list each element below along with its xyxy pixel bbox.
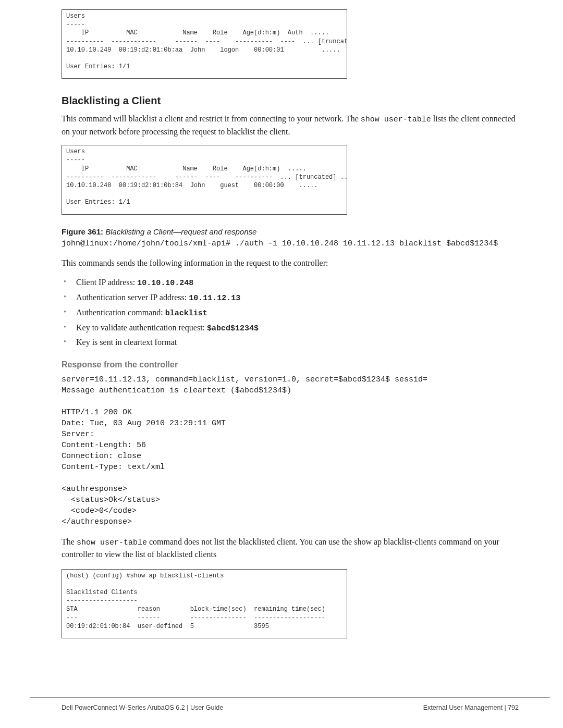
figure-caption: Figure 361: Blacklisting a Client—reques… [62, 226, 519, 238]
command-line: john@linux:/home/john/tools/xml-api# ./a… [62, 238, 519, 250]
figure-title: Blacklisting a Client—request and respon… [105, 227, 256, 236]
footer-left: Dell PowerConnect W-Series ArubaOS 6.2 |… [62, 703, 223, 712]
intro-text-a: This command will blacklist a client and… [62, 114, 361, 123]
inline-code-show-user-table-1: show user-table [361, 115, 431, 124]
list-item-text: Key to validate authentication request: [76, 323, 207, 332]
section-heading-blacklisting: Blacklisting a Client [62, 93, 519, 108]
after-response-paragraph: The show user-table command does not lis… [62, 536, 519, 561]
list-item: Key is sent in cleartext format [62, 336, 519, 348]
terminal-box-1: Users ----- IP MAC Name Role Age(d:h:m) … [62, 9, 347, 79]
list-item: Authentication server IP address: 10.11.… [62, 291, 519, 304]
terminal-box-2: Users ----- IP MAC Name Role Age(d:h:m) … [62, 145, 347, 214]
page-footer: Dell PowerConnect W-Series ArubaOS 6.2 |… [30, 697, 550, 712]
list-item: Client IP address: 10.10.10.248 [62, 276, 519, 289]
footer-right: External User Management | 792 [423, 703, 519, 712]
response-heading: Response from the controller [62, 359, 519, 371]
list-item-text: Key is sent in cleartext format [76, 338, 177, 347]
intro-paragraph: This command will blacklist a client and… [62, 113, 519, 138]
request-info-list: Client IP address: 10.10.10.248 Authenti… [62, 276, 519, 348]
after-response-a: The [62, 537, 77, 546]
list-item-code: blacklist [165, 309, 207, 318]
list-item: Key to validate authentication request: … [62, 322, 519, 335]
list-item-code: 10.11.12.13 [189, 294, 240, 303]
inline-code-show-user-table-2: show user-table [77, 538, 147, 547]
list-item-text: Authentication command: [76, 308, 165, 317]
list-item-text: Client IP address: [76, 278, 137, 287]
figure-label: Figure 361: [62, 227, 103, 236]
terminal-box-3: (host) (config) #show ap blacklist-clien… [62, 569, 347, 638]
list-item-text: Authentication server IP address: [76, 293, 189, 302]
list-item-code: 10.10.10.248 [137, 279, 193, 288]
list-item-code: $abcd$1234$ [207, 324, 259, 333]
list-item: Authentication command: blacklist [62, 306, 519, 319]
response-block: server=10.11.12.13, command=blacklist, v… [62, 374, 519, 527]
sends-paragraph: This commands sends the following inform… [62, 257, 519, 269]
